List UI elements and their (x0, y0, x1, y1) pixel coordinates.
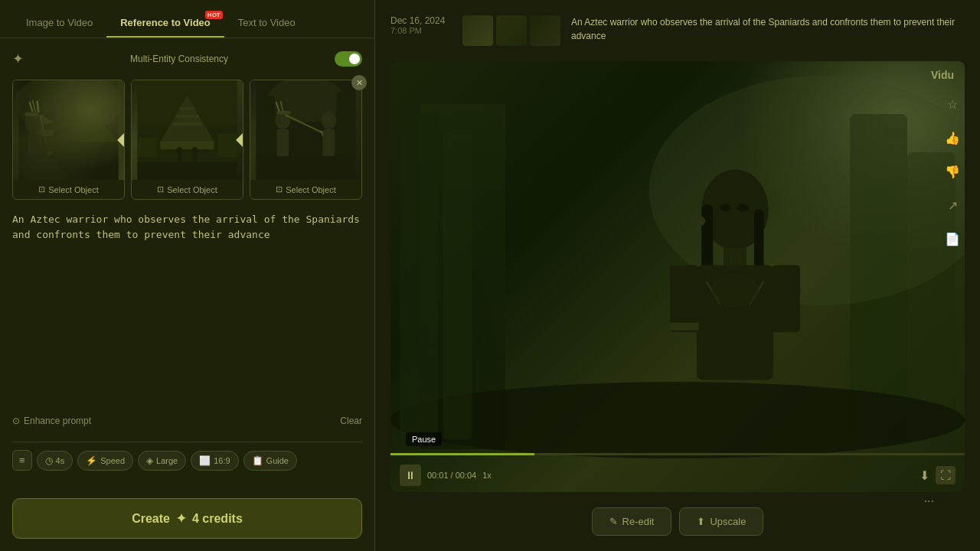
video-content-svg (390, 61, 965, 492)
speed-button[interactable]: ⚡ Speed (77, 451, 133, 471)
prompt-textarea[interactable]: An Aztec warrior who observes the arriva… (12, 212, 362, 273)
quality-button[interactable]: ◈ Large (138, 451, 186, 471)
more-options-button[interactable]: ··· (924, 494, 934, 508)
svg-rect-23 (138, 138, 157, 157)
card-image-2 (132, 80, 243, 180)
right-panel: Dec 16, 2024 7:08 PM An Aztec warrior wh… (375, 0, 980, 551)
svg-point-38 (322, 111, 337, 129)
dislike-button[interactable]: 👎 (940, 159, 965, 184)
svg-line-9 (30, 102, 33, 112)
svg-point-60 (737, 204, 749, 212)
pause-play-button[interactable]: ⏸ (400, 465, 421, 486)
reedit-icon: ✎ (609, 516, 618, 527)
current-time: 00:01 / 00:04 (427, 471, 476, 480)
details-button[interactable]: 📄 (940, 227, 965, 251)
clear-button[interactable]: Clear (340, 416, 362, 426)
svg-rect-55 (670, 266, 699, 333)
svg-rect-19 (161, 142, 214, 149)
upscale-icon: ⬆ (697, 516, 705, 527)
svg-rect-28 (194, 155, 197, 162)
svg-point-27 (192, 147, 198, 155)
svg-rect-4 (31, 130, 54, 136)
select-object-btn-3[interactable]: ⊡ Select Object (250, 180, 361, 199)
select-icon-1: ⊡ (38, 184, 45, 194)
like-button[interactable]: 👍 (940, 126, 965, 150)
thumbnail-3[interactable] (530, 15, 560, 46)
image-card-2[interactable]: ⊡ Select Object (131, 80, 243, 200)
progress-filled (390, 453, 534, 455)
wand-icon: ✦ (12, 51, 24, 67)
multi-entity-label: Multi-Entity Consistency (130, 54, 228, 64)
share-button[interactable]: ↗ (940, 193, 965, 217)
tab-text-to-video[interactable]: Text to Video (224, 9, 309, 37)
svg-rect-8 (25, 112, 39, 116)
history-thumbnails (462, 15, 560, 46)
svg-rect-39 (323, 129, 335, 156)
history-item: Dec 16, 2024 7:08 PM An Aztec warrior wh… (390, 15, 965, 46)
video-player[interactable]: Vidu Pause ⏸ 00:01 / 00:04 1x ⬇ ⛶ (390, 61, 965, 492)
svg-rect-20 (172, 122, 203, 126)
upscale-button[interactable]: ⬆ Upscale (679, 507, 763, 536)
tab-reference-to-video[interactable]: Reference to Video HOT (106, 9, 224, 37)
svg-point-58 (696, 217, 706, 227)
reedit-button[interactable]: ✎ Re-edit (592, 507, 672, 536)
clock-icon: ◷ (45, 455, 53, 466)
svg-rect-35 (277, 129, 289, 156)
svg-rect-40 (277, 111, 291, 114)
history-time: 7:08 PM (390, 26, 452, 35)
enhance-prompt-button[interactable]: ⊙ Enhance prompt (12, 416, 91, 426)
svg-rect-24 (218, 134, 237, 157)
panel-content: ✦ Multi-Entity Consistency ✕ (0, 38, 374, 491)
ratio-button[interactable]: ⬜ 16:9 (191, 451, 238, 471)
svg-rect-57 (670, 323, 699, 331)
enhance-row: ⊙ Enhance prompt Clear (12, 416, 362, 426)
svg-marker-14 (47, 152, 52, 157)
fullscreen-button[interactable]: ⛶ (936, 466, 956, 484)
download-button[interactable]: ⬇ (920, 468, 929, 483)
svg-line-11 (38, 101, 39, 112)
multi-entity-toggle[interactable] (335, 51, 362, 67)
vidu-brand-label: Vidu (931, 69, 954, 81)
svg-rect-51 (724, 248, 746, 267)
video-scene: Vidu Pause (390, 61, 965, 492)
select-object-btn-2[interactable]: ⊡ Select Object (132, 180, 243, 199)
svg-point-1 (15, 80, 122, 134)
thumbnail-1[interactable] (462, 15, 493, 46)
svg-rect-32 (260, 96, 276, 157)
remove-card-button[interactable]: ✕ (351, 75, 367, 90)
duration-button[interactable]: ◷ 4s (37, 451, 74, 471)
hot-badge: HOT (205, 11, 223, 19)
thumb-image-3 (530, 15, 560, 46)
action-buttons: ✎ Re-edit ⬆ Upscale (390, 507, 965, 536)
svg-rect-62 (400, 114, 439, 439)
history-meta: Dec 16, 2024 7:08 PM (390, 15, 452, 35)
image-cards: ✕ (12, 80, 362, 200)
settings-icon-button[interactable]: ≡ (12, 450, 32, 471)
video-controls: ⏸ 00:01 / 00:04 1x ⬇ ⛶ (400, 465, 956, 486)
svg-rect-43 (256, 156, 356, 180)
card-image-3 (250, 80, 361, 180)
select-object-btn-1[interactable]: ⊡ Select Object (13, 180, 124, 199)
video-progress-bar[interactable] (390, 453, 965, 455)
history-description: An Aztec warrior who observes the arriva… (571, 15, 965, 43)
guide-button[interactable]: 📋 Guide (243, 451, 297, 471)
speed-button-player[interactable]: 1x (482, 471, 492, 480)
image-card-3[interactable]: ⊡ Select Object (250, 80, 362, 200)
image-card-1[interactable]: ⊡ Select Object (12, 80, 125, 200)
svg-point-61 (711, 274, 760, 308)
select-icon-3: ⊡ (276, 184, 283, 194)
svg-marker-3 (57, 107, 119, 142)
svg-line-13 (41, 115, 50, 157)
tab-image-to-video[interactable]: Image to Video (12, 9, 106, 37)
svg-rect-21 (176, 115, 199, 118)
svg-rect-56 (772, 266, 801, 333)
favorite-button[interactable]: ☆ (940, 92, 965, 116)
svg-rect-63 (443, 133, 472, 439)
create-button[interactable]: Create ✦ 4 credits (12, 498, 362, 539)
select-icon-2: ⊡ (157, 184, 164, 194)
svg-rect-0 (19, 80, 119, 180)
thumb-image-1 (462, 15, 493, 46)
svg-rect-26 (178, 155, 181, 162)
thumbnail-2[interactable] (496, 15, 527, 46)
svg-rect-12 (28, 133, 42, 156)
